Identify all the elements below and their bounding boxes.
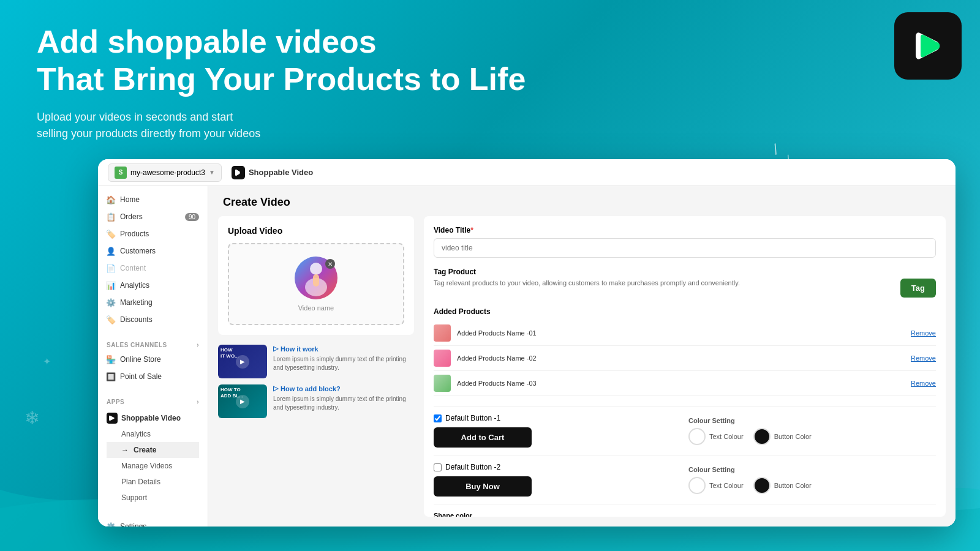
apps-section: Apps › — [98, 392, 208, 408]
tag-desc: Tag relevant products to your video, all… — [434, 279, 893, 288]
sidebar-item-analytics[interactable]: 📊 Analytics — [98, 277, 208, 294]
product-remove-1[interactable]: Remove — [911, 329, 936, 337]
video-thumb-1-label: HOWIT WO... — [221, 347, 239, 359]
product-remove-2[interactable]: Remove — [911, 354, 936, 362]
shape-col: Shape color Circle Outline Color Apply t… — [434, 512, 677, 517]
sidebar-label-orders: Orders — [120, 212, 143, 221]
sidebar-sub-manage[interactable]: Manage Videos — [107, 458, 199, 474]
button-colour-circle-2[interactable] — [753, 477, 771, 494]
sidebar-sub-plan[interactable]: Plan Details — [107, 474, 199, 490]
sub-plan-label: Plan Details — [121, 478, 160, 486]
discounts-icon: 🏷️ — [107, 315, 115, 324]
app-badge: Shoppable Video — [232, 166, 313, 179]
sidebar-label-home: Home — [120, 195, 140, 204]
video-link-2[interactable]: ▷ How to add block? — [273, 384, 414, 392]
button-colour-circle-1[interactable] — [753, 428, 771, 445]
sub-analytics-label: Analytics — [121, 430, 151, 438]
add-to-cart-btn[interactable]: Add to Cart — [434, 427, 532, 448]
buy-now-btn[interactable]: Buy Now — [434, 476, 532, 497]
svg-rect-2 — [313, 274, 319, 287]
page-title: Create Video — [208, 186, 956, 216]
app-logo — [894, 12, 962, 80]
sidebar-label-marketing: Marketing — [120, 298, 153, 307]
text-colour-1: Text Colour — [688, 428, 744, 445]
video-title-input[interactable] — [434, 238, 936, 258]
online-store-icon: 🏪 — [107, 355, 115, 364]
button-2-checkbox-label[interactable]: Default Button -2 — [434, 463, 681, 471]
sidebar-item-marketing[interactable]: ⚙️ Marketing — [98, 294, 208, 311]
sidebar-item-discounts[interactable]: 🏷️ Discounts — [98, 311, 208, 328]
content-area: Create Video Upload Video — [208, 186, 956, 527]
sidebar-label-customers: Customers — [120, 247, 156, 255]
product-remove-3[interactable]: Remove — [911, 380, 936, 387]
sidebar-label-discounts: Discounts — [120, 315, 153, 324]
tag-product-section: Tag Product Tag relevant products to you… — [434, 268, 936, 298]
product-row-1: Added Products Name -01 Remove — [434, 321, 936, 346]
deco-slash-1: / — [771, 141, 781, 159]
video-desc-2: Lorem ipsum is simply dummy text of the … — [273, 395, 414, 412]
marketing-icon: ⚙️ — [107, 298, 115, 307]
store-selector[interactable]: S my-awesome-product3 ▼ — [108, 163, 222, 182]
button-colour-label-1: Button Color — [774, 433, 812, 440]
shoppable-video-header[interactable]: Shoppable Video — [107, 413, 199, 424]
video-list: HOWIT WO... ▶ ▷ How it work Lorem ipsum … — [218, 345, 414, 418]
left-panel: Upload Video — [218, 216, 414, 517]
text-colour-circle-2[interactable] — [688, 477, 706, 494]
video-title-group: Video Title* — [434, 226, 936, 258]
video-link-1[interactable]: ▷ How it work — [273, 345, 414, 353]
sidebar-item-online-store[interactable]: 🏪 Online Store — [98, 351, 208, 368]
text-colour-circle-1[interactable] — [688, 428, 706, 445]
upload-close-btn[interactable]: ✕ — [325, 259, 335, 269]
video-desc-1: Lorem ipsum is simply dummy text of the … — [273, 355, 414, 372]
analytics-icon: 📊 — [107, 281, 115, 290]
sales-channels-expand: › — [197, 342, 199, 348]
sidebar-label-analytics: Analytics — [120, 281, 149, 290]
sidebar-sub-analytics[interactable]: Analytics — [107, 426, 199, 442]
required-star: * — [470, 226, 473, 234]
sidebar-item-home[interactable]: 🏠 Home — [98, 191, 208, 208]
upload-section: Upload Video — [218, 216, 414, 335]
ui-card: S my-awesome-product3 ▼ Shoppable Video … — [98, 159, 956, 527]
sidebar-item-orders[interactable]: 📋 Orders 90 — [98, 208, 208, 225]
button-2-checkbox[interactable] — [434, 463, 442, 471]
sidebar-label-content: Content — [120, 264, 146, 272]
hero-title-1: Add shoppable videos — [37, 24, 943, 59]
sidebar-item-products[interactable]: 🏷️ Products — [98, 225, 208, 242]
added-products-group: Added Products Added Products Name -01 R… — [434, 307, 936, 396]
colour-row-2: Text Colour Button Color — [688, 477, 936, 494]
video-thumb-2: HOW TOADD BL... ▶ — [218, 384, 267, 418]
button-1-checkbox-label[interactable]: Default Button -1 — [434, 414, 681, 422]
hero-subtitle-1: Upload your videos in seconds and start — [37, 109, 943, 126]
sidebar-item-content[interactable]: 📄 Content — [98, 260, 208, 277]
sidebar-item-settings[interactable]: ⚙️ Settings — [98, 518, 208, 527]
product-thumb-3 — [434, 375, 451, 392]
button-1-checkbox[interactable] — [434, 414, 442, 422]
content-icon: 📄 — [107, 264, 115, 272]
sidebar-sub-create[interactable]: → Create — [107, 442, 199, 458]
hero-subtitle-2: selling your products directly from your… — [37, 126, 943, 142]
sidebar: 🏠 Home 📋 Orders 90 🏷️ Products 👤 Custome… — [98, 186, 208, 527]
snowflake-left-2: ✦ — [43, 356, 51, 367]
hero-title-2: That Bring Your Products to Life — [37, 62, 943, 97]
upload-zone[interactable]: ✕ Video name — [228, 243, 404, 325]
play-triangle-1: ▷ — [273, 345, 278, 353]
sidebar-item-pos[interactable]: 🔲 Point of Sale — [98, 368, 208, 385]
sidebar-item-customers[interactable]: 👤 Customers — [98, 242, 208, 260]
text-colour-label-2: Text Colour — [709, 482, 744, 489]
apps-label: Apps — [107, 399, 124, 405]
colour-setting-1-label: Colour Setting — [688, 417, 936, 424]
video-thumb-2-label: HOW TOADD BL... — [221, 387, 243, 399]
create-arrow: → — [121, 446, 129, 454]
sidebar-sub-support[interactable]: Support — [107, 490, 199, 506]
button-1-row: Default Button -1 Add to Cart Colour Set… — [434, 414, 936, 448]
hero-section: Add shoppable videos That Bring Your Pro… — [0, 0, 980, 142]
video-item-1: HOWIT WO... ▶ ▷ How it work Lorem ipsum … — [218, 345, 414, 378]
tag-product-row: Tag relevant products to your video, all… — [434, 279, 936, 298]
upload-title: Upload Video — [228, 226, 404, 236]
sidebar-label-online-store: Online Store — [120, 355, 161, 364]
content-body: Upload Video — [208, 216, 956, 527]
tag-button[interactable]: Tag — [900, 279, 936, 298]
sub-support-label: Support — [121, 493, 147, 502]
colour-setting-2-label: Colour Setting — [688, 466, 936, 473]
button-colour-label-2: Button Color — [774, 482, 812, 489]
